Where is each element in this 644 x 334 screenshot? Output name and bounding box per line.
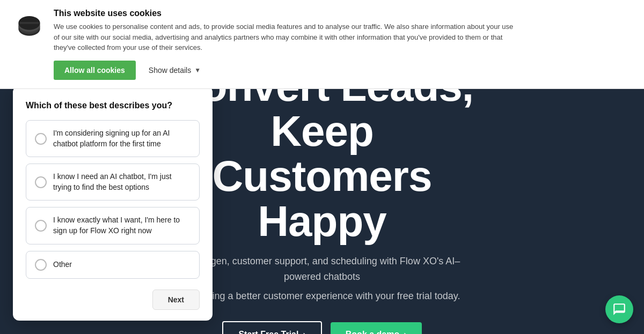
cookie-logo-icon [14,10,44,40]
cookie-body-text: We use cookies to personalise content an… [54,21,515,53]
survey-footer: Next [26,290,200,310]
radio-option-4[interactable] [35,259,47,271]
radio-option-2[interactable] [35,176,47,188]
show-details-button[interactable]: Show details ▼ [149,66,201,75]
cookie-content: This website uses cookies We use cookies… [54,9,631,80]
survey-option-2[interactable]: I know I need an AI chatbot, I'm just tr… [26,164,200,201]
start-free-trial-label: Start Free Trial [238,330,298,334]
cookie-actions: Allow all cookies Show details ▼ [54,61,631,80]
chevron-down-icon: ▼ [194,66,201,74]
arrow-right-icon-2: › [404,330,406,334]
hero-headline: Convert Leads,KeepCustomersHappy [171,64,473,244]
survey-modal: Which of these best describes you? I'm c… [13,86,213,321]
arrow-right-icon: › [303,330,305,334]
chat-bubble-icon [612,302,626,316]
book-demo-label: Book a demo [346,330,399,334]
allow-cookies-button[interactable]: Allow all cookies [54,61,136,80]
survey-option-4[interactable]: Other [26,251,200,279]
survey-option-1[interactable]: I'm considering signing up for an AI cha… [26,120,200,157]
cookie-logo [13,9,45,41]
radio-option-1[interactable] [35,133,47,145]
hero-subtext-1: r lead gen, customer support, and schedu… [184,254,460,285]
survey-question: Which of these best describes you? [26,101,200,110]
survey-options: I'm considering signing up for an AI cha… [26,120,200,279]
cookie-title: This website uses cookies [54,9,631,18]
survey-option-2-label: I know I need an AI chatbot, I'm just tr… [53,172,191,192]
hero-buttons: Start Free Trial › Book a demo › [222,321,421,334]
next-button[interactable]: Next [152,290,200,310]
hero-subtext-2: d building a better customer experience … [184,288,460,304]
survey-option-3-label: I know exactly what I want, I'm here to … [53,215,191,236]
svg-rect-4 [19,22,39,24]
chat-bubble-button[interactable] [605,295,633,323]
survey-option-1-label: I'm considering signing up for an AI cha… [53,128,191,149]
survey-option-3[interactable]: I know exactly what I want, I'm here to … [26,207,200,244]
survey-option-4-label: Other [53,259,72,270]
show-details-label: Show details [149,66,191,75]
radio-option-3[interactable] [35,220,47,232]
book-demo-button[interactable]: Book a demo › [331,322,422,334]
cookie-banner: This website uses cookies We use cookies… [0,0,644,89]
start-free-trial-button[interactable]: Start Free Trial › [222,321,321,334]
